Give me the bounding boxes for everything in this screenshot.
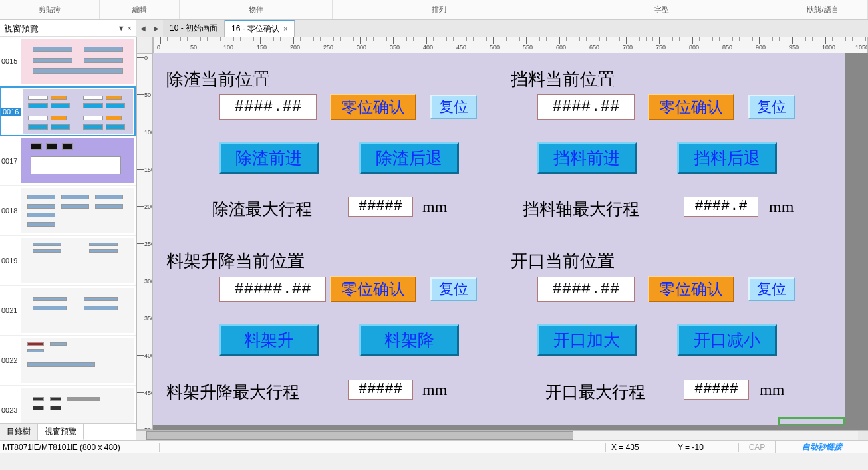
horizontal-scrollbar[interactable] [136,430,868,440]
thumbnail-0018[interactable]: 0018 [0,186,136,236]
thumbnail-0023[interactable]: 0023 [0,386,136,423]
vertical-ruler[interactable]: 050100150200250300350400450500 [136,53,153,430]
q3-up-button[interactable]: 料架升 [219,324,319,356]
hmi-screen-canvas[interactable]: 除渣当前位置 ####.## 零位确认 复位 除渣前进 除渣后退 除渣最大行程 … [153,53,845,425]
q1-max-value[interactable]: ##### [348,197,413,217]
q1-current-value[interactable]: ####.## [219,94,317,120]
ribbon-group-status-lang: 狀態/語言 [778,0,868,19]
q3-max-label: 料架升降最大行程 [166,381,299,403]
preview-pane-title: 視窗預覽 [4,20,39,36]
q4-max-label: 开口最大行程 [545,381,645,403]
q1-unit-label: mm [422,198,447,216]
tab-close-icon[interactable]: × [283,21,287,37]
thumbnail-number: 0016 [1,108,21,116]
editor-area: ◀ ▶ 10 - 初始画面 16 - 零位确认 × 05010015020025… [136,20,868,440]
thumbnail-image [21,39,134,84]
q2-backward-button[interactable]: 挡料后退 [677,142,777,174]
q1-title: 除渣当前位置 [166,68,270,91]
q2-max-label: 挡料轴最大行程 [523,198,639,220]
thumbnail-0017[interactable]: 0017 [0,136,136,186]
canvas-viewport[interactable]: 除渣当前位置 ####.## 零位确认 复位 除渣前进 除渣后退 除渣最大行程 … [153,53,868,430]
q2-max-value[interactable]: ####.# [684,197,758,217]
ribbon-group-object: 物件 [180,0,333,19]
thumbnail-number: 0015 [0,57,20,65]
status-model: MT8071iE/MT8101iE (800 x 480) [0,443,160,452]
thumbnail-number: 0017 [0,157,20,165]
q2-reset-button[interactable]: 复位 [748,95,795,119]
q1-reset-button[interactable]: 复位 [430,95,477,119]
document-tab-label: 10 - 初始画面 [170,20,217,37]
q4-unit-label: mm [760,381,784,399]
thumbnail-list[interactable]: 0015 0016 [0,37,136,423]
q4-increase-button[interactable]: 开口加大 [537,324,637,356]
q3-title: 料架升降当前位置 [166,249,305,273]
preview-pane-header: 視窗預覽 ▼ × [0,20,136,37]
thumbnail-0016[interactable]: 0016 [0,86,136,136]
thumbnail-image [21,238,134,283]
q2-current-value[interactable]: ####.## [537,94,635,120]
document-tab-label: 16 - 零位确认 [231,21,279,37]
q4-zero-confirm-button[interactable]: 零位确认 [648,276,734,302]
ribbon-group-labels: 剪貼簿 編輯 物件 排列 字型 狀態/語言 [0,0,868,20]
thumbnail-0022[interactable]: 0022 [0,336,136,386]
horizontal-ruler[interactable]: 0501001502002503003504004505005506006507… [153,37,868,53]
ribbon-group-font: 字型 [545,0,778,19]
thumbnail-image [21,138,134,183]
status-cursor-y: Y = -10 [672,443,738,452]
thumbnail-number: 0018 [0,207,20,215]
tab-nav-next-icon[interactable]: ▶ [150,25,163,32]
thumbnail-number: 0023 [0,406,20,414]
q1-backward-button[interactable]: 除渣后退 [359,142,459,174]
q4-decrease-button[interactable]: 开口减小 [677,324,777,356]
q3-current-value[interactable]: #####.## [219,277,326,302]
q2-title: 挡料当前位置 [511,68,615,91]
status-capslock: CAP [738,443,775,452]
status-bar: MT8071iE/MT8101iE (800 x 480) X = 435 Y … [0,440,868,453]
q3-down-button[interactable]: 料架降 [359,324,459,356]
ribbon-group-clipboard: 剪貼簿 [0,0,100,19]
q2-unit-label: mm [769,198,794,216]
window-preview-pane: 視窗預覽 ▼ × 0015 0016 [0,20,136,440]
thumbnail-0019[interactable]: 0019 [0,236,136,286]
thumbnail-0015[interactable]: 0015 [0,37,136,86]
q4-max-value[interactable]: ##### [684,380,749,400]
q3-unit-label: mm [422,381,447,399]
q3-max-value[interactable]: ##### [348,380,413,400]
ribbon-group-edit: 編輯 [100,0,180,19]
q3-reset-button[interactable]: 复位 [430,277,477,301]
thumbnail-number: 0019 [0,257,20,265]
q1-forward-button[interactable]: 除渣前进 [219,142,319,174]
thumbnail-image [21,288,134,333]
thumbnail-number: 0021 [0,306,20,314]
preview-pane-tabs: 目錄樹 視窗預覽 [0,423,136,440]
thumbnail-image [21,338,134,383]
preview-tab-preview[interactable]: 視窗預覽 [38,424,84,440]
thumbnail-0021[interactable]: 0021 [0,286,136,336]
document-tab-16[interactable]: 16 - 零位确认 × [225,20,295,37]
preview-tab-tree[interactable]: 目錄樹 [0,424,38,440]
q4-title: 开口当前位置 [511,249,615,273]
status-brand-watermark: 自动秒链接 [775,441,868,453]
scrollbar-thumb[interactable] [146,431,573,440]
q1-zero-confirm-button[interactable]: 零位确认 [330,94,416,120]
q4-reset-button[interactable]: 复位 [748,277,795,301]
preview-close-icon[interactable]: × [128,20,132,37]
q3-zero-confirm-button[interactable]: 零位确认 [330,276,416,302]
document-tab-bar: ◀ ▶ 10 - 初始画面 16 - 零位确认 × [136,20,868,37]
q2-forward-button[interactable]: 挡料前进 [537,142,637,174]
tab-nav-prev-icon[interactable]: ◀ [136,25,150,32]
ruler-corner [136,37,153,53]
document-tab-10[interactable]: 10 - 初始画面 [163,20,225,37]
thumbnail-image [21,388,134,423]
thumbnail-image [21,188,134,233]
thumbnail-number: 0022 [0,356,20,364]
ribbon-group-arrange: 排列 [333,0,545,19]
q1-max-label: 除渣最大行程 [212,198,312,220]
status-cursor-x: X = 435 [605,443,672,452]
q2-zero-confirm-button[interactable]: 零位确认 [648,94,734,120]
selection-outline [778,417,845,425]
thumbnail-image [23,89,133,134]
preview-dropdown-icon[interactable]: ▼ [118,20,125,37]
q4-current-value[interactable]: ####.## [537,277,635,302]
